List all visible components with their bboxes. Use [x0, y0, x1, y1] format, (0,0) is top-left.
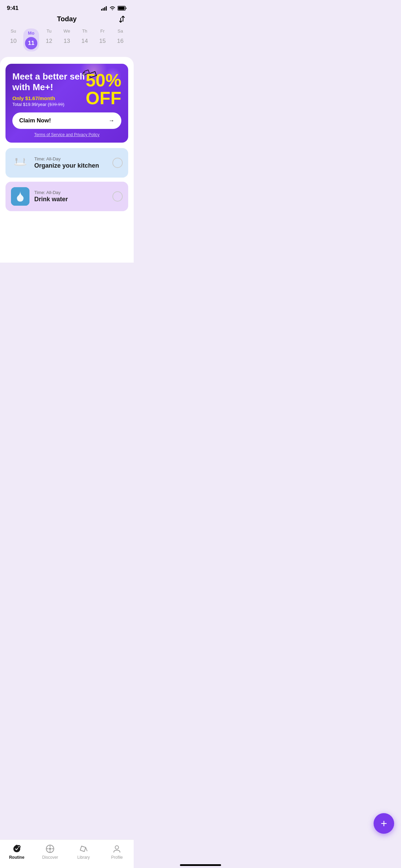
terms-link[interactable]: Terms of Service and Privacy Policy [12, 132, 121, 137]
promo-banner: Meet a better self with Me+! Only $1.67/… [5, 64, 128, 143]
status-bar: 9:41 [0, 0, 134, 14]
calendar-day-su[interactable]: Su 10 [5, 28, 21, 51]
svg-rect-1 [103, 8, 104, 11]
promo-price: Only $1.67/month [12, 95, 86, 101]
water-task-time: Time: All-Day [34, 190, 108, 195]
status-time: 9:41 [7, 5, 19, 12]
wifi-icon [109, 6, 116, 11]
calendar-week: Su 10 Mo 11 Tu 12 We 13 Th 14 Fr 15 Sa 1… [0, 26, 134, 57]
task-item-kitchen: Time: All-Day Organize your kitchen [5, 148, 128, 178]
promo-headline: Meet a better self with Me+! [12, 71, 86, 93]
promo-top: Meet a better self with Me+! Only $1.67/… [12, 71, 121, 107]
header: Today [0, 14, 134, 26]
kitchen-task-info: Time: All-Day Organize your kitchen [34, 156, 108, 169]
calendar-day-fr[interactable]: Fr 15 [95, 28, 110, 51]
kitchen-task-checkbox[interactable] [112, 158, 123, 168]
svg-rect-0 [101, 9, 102, 11]
svg-point-17 [18, 197, 20, 200]
kitchen-task-time: Time: All-Day [34, 156, 108, 161]
task-item-water: Time: All-Day Drink water [5, 182, 128, 211]
svg-rect-3 [106, 6, 107, 11]
calendar-day-sa[interactable]: Sa 16 [112, 28, 128, 51]
battery-icon [118, 6, 127, 11]
svg-rect-2 [104, 7, 105, 11]
calendar-days-row: Su 10 Mo 11 Tu 12 We 13 Th 14 Fr 15 Sa 1… [5, 28, 128, 51]
svg-point-10 [16, 163, 25, 164]
promo-discount-tag: 50% OFF 🏷 [86, 71, 121, 107]
calendar-day-th[interactable]: Th 14 [77, 28, 93, 51]
page-title: Today [57, 15, 76, 23]
svg-rect-5 [118, 7, 125, 10]
signal-icon [101, 6, 107, 11]
water-task-info: Time: All-Day Drink water [34, 190, 108, 203]
sort-button[interactable] [119, 15, 127, 23]
claim-button[interactable]: Claim Now! → [12, 112, 121, 129]
water-task-name: Drink water [34, 196, 108, 203]
water-task-checkbox[interactable] [112, 191, 123, 202]
calendar-day-we[interactable]: We 13 [59, 28, 75, 51]
discount-percent: 50% [86, 70, 121, 90]
kitchen-icon [11, 154, 29, 172]
kitchen-task-name: Organize your kitchen [34, 162, 108, 169]
claim-button-label: Claim Now! [19, 117, 51, 124]
main-content: Meet a better self with Me+! Only $1.67/… [0, 57, 134, 263]
promo-text: Meet a better self with Me+! Only $1.67/… [12, 71, 86, 107]
claim-arrow-icon: → [109, 117, 114, 124]
discount-off: OFF [86, 88, 121, 108]
status-icons [101, 6, 127, 11]
calendar-day-tu[interactable]: Tu 12 [41, 28, 57, 51]
water-icon [11, 187, 29, 206]
promo-total: Total $19.99/year ($39.99) [12, 102, 86, 107]
calendar-day-mo[interactable]: Mo 11 [23, 28, 39, 51]
